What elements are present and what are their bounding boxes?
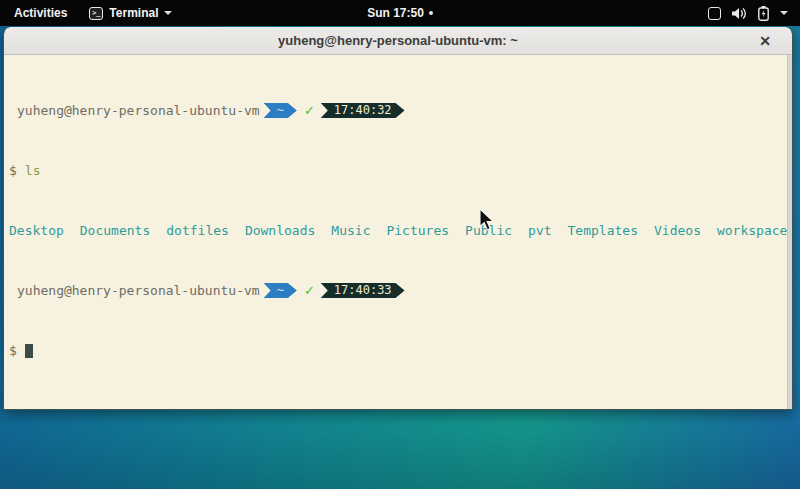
prompt-user: yuheng@henry-personal-ubuntu-vm xyxy=(17,103,260,118)
notification-dot-icon xyxy=(429,11,433,15)
scrollbar[interactable] xyxy=(787,55,792,410)
directory-name: Music xyxy=(331,223,370,238)
volume-icon xyxy=(732,7,747,20)
directory-name: Templates xyxy=(568,223,638,238)
directory-name: workspace xyxy=(717,223,787,238)
battery-charging-icon xyxy=(758,6,769,21)
terminal-content[interactable]: yuheng@henry-personal-ubuntu-vm ~ ✓ 17:4… xyxy=(4,55,792,410)
directory-name: Documents xyxy=(80,223,150,238)
prompt-sigil: $ xyxy=(9,163,17,178)
text-cursor xyxy=(25,344,33,358)
command-text: ls xyxy=(25,163,41,178)
command-line-1: $ ls xyxy=(9,163,780,178)
command-line-2: $ xyxy=(9,343,780,358)
app-menu-label: Terminal xyxy=(109,6,158,20)
prompt-time-segment: 17:40:32 xyxy=(321,103,405,118)
chevron-down-icon xyxy=(780,11,788,15)
screen-icon xyxy=(708,7,721,20)
prompt-sigil: $ xyxy=(9,343,17,358)
directory-name: Desktop xyxy=(9,223,64,238)
prompt-cwd-segment: ~ xyxy=(264,103,297,118)
chevron-down-icon xyxy=(164,11,172,15)
terminal-app-icon: >_ xyxy=(89,7,103,20)
prompt-cwd-segment: ~ xyxy=(264,283,297,298)
window-titlebar[interactable]: yuheng@henry-personal-ubuntu-vm: ~ ✕ xyxy=(4,27,792,55)
directory-name: Pictures xyxy=(386,223,449,238)
window-title: yuheng@henry-personal-ubuntu-vm: ~ xyxy=(4,33,792,48)
ls-output-line: Desktop Documents dotfiles Downloads Mus… xyxy=(9,223,780,238)
close-button[interactable]: ✕ xyxy=(754,27,776,55)
terminal-window: yuheng@henry-personal-ubuntu-vm: ~ ✕ yuh… xyxy=(3,27,793,410)
clock-label: Sun 17:50 xyxy=(367,6,424,20)
prompt-user: yuheng@henry-personal-ubuntu-vm xyxy=(17,283,260,298)
exit-status-check-icon: ✓ xyxy=(304,283,315,298)
exit-status-check-icon: ✓ xyxy=(304,103,315,118)
top-bar: Activities >_ Terminal Sun 17:50 xyxy=(0,0,800,26)
prompt-line-2: yuheng@henry-personal-ubuntu-vm ~ ✓ 17:4… xyxy=(9,283,780,298)
directory-name: dotfiles xyxy=(166,223,229,238)
activities-button[interactable]: Activities xyxy=(0,0,81,26)
directory-name: Downloads xyxy=(245,223,315,238)
directory-name: pvt xyxy=(528,223,551,238)
directory-name: Public xyxy=(465,223,512,238)
prompt-time-segment: 17:40:33 xyxy=(321,283,405,298)
prompt-line-1: yuheng@henry-personal-ubuntu-vm ~ ✓ 17:4… xyxy=(9,103,780,118)
directory-name: Videos xyxy=(654,223,701,238)
app-menu[interactable]: >_ Terminal xyxy=(81,0,180,26)
system-tray[interactable] xyxy=(708,0,800,26)
